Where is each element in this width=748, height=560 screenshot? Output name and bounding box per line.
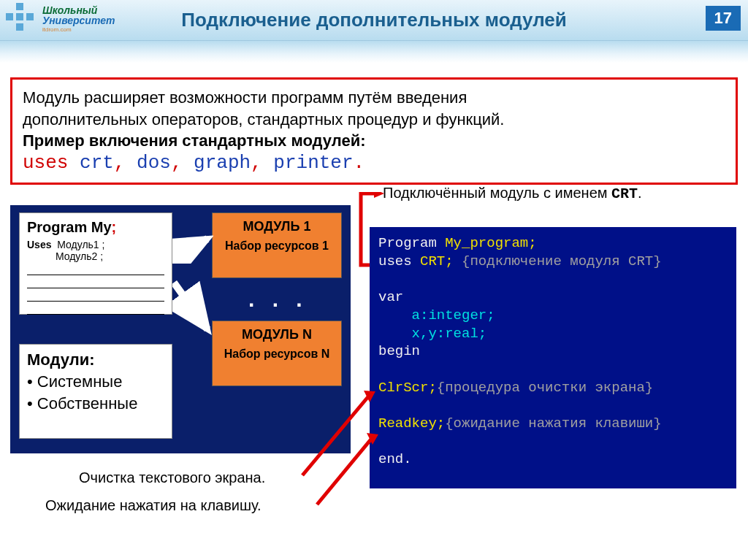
kw-printer: printer [273, 152, 353, 174]
page-title: Подключение дополнительных модулей [0, 9, 748, 31]
program-title: Program My; [27, 219, 164, 236]
module-n-card: МОДУЛЬ N Набор ресурсов N [212, 321, 342, 386]
diagram-zone: Подключённый модуль с именем CRT. Progra… [0, 198, 748, 548]
annotation-crt: Подключённый модуль с именем CRT. [383, 185, 642, 202]
arrow-to-modn [172, 278, 213, 337]
module-1-card: МОДУЛЬ 1 Набор ресурсов 1 [212, 212, 342, 278]
code-l2: uses CRT; {подключение модуля CRT} [378, 253, 728, 271]
module-n-sub: Набор ресурсов N [217, 347, 337, 361]
arrow-readkey [314, 431, 380, 512]
code-l7: begin [378, 342, 728, 361]
annotation-wait: Ожидание нажатия на клавишу. [45, 497, 262, 514]
header-curve [0, 41, 748, 63]
kw-uses: uses [23, 152, 68, 174]
code-l10 [378, 396, 728, 415]
module-1-title: МОДУЛЬ 1 [217, 219, 337, 234]
arrow-to-mod1 [172, 234, 213, 264]
modules-li-1: • Системные [27, 372, 164, 391]
svg-line-3 [174, 283, 207, 329]
code-l8 [378, 361, 728, 379]
code-l6: x,y:real; [378, 325, 728, 343]
page-number: 17 [706, 6, 741, 31]
code-l3 [378, 270, 728, 288]
modules-li-2: • Собственные [27, 394, 164, 413]
intro-line-2: дополнительных операторов, стандартных п… [23, 109, 725, 131]
header-bar: Школьный Университет itdrom.com Подключе… [0, 0, 748, 41]
code-l9: ClrScr;{процедура очистки экрана} [378, 379, 728, 397]
svg-line-1 [174, 239, 207, 256]
intro-box: Модуль расширяет возможности программ пу… [10, 77, 738, 185]
intro-line-1: Модуль расширяет возможности программ пу… [23, 87, 725, 109]
code-screen: Program My_program; uses CRT; {подключен… [370, 227, 736, 488]
svg-line-8 [317, 437, 373, 505]
kw-dos: dos [137, 152, 171, 174]
code-l1: Program My_program; [378, 234, 728, 253]
code-l11: Readkey;{ожидание нажатия клавиши} [378, 415, 728, 433]
annotation-clear: Очистка текстового экрана. [79, 469, 265, 486]
program-card: Program My; Uses Модуль1 ; Модуль2 ; [19, 212, 172, 315]
modules-card: Модули: • Системные • Собственные [19, 344, 172, 439]
code-l5: a:integer; [378, 307, 728, 325]
module-dots: . . . [248, 287, 308, 312]
program-uses: Uses Модуль1 ; Модуль2 ; [27, 239, 164, 262]
svg-marker-5 [374, 192, 384, 198]
kw-crt: crt [80, 152, 114, 174]
module-1-sub: Набор ресурсов 1 [217, 239, 337, 253]
code-l4: var [378, 288, 728, 307]
module-n-title: МОДУЛЬ N [217, 327, 337, 342]
modules-title: Модули: [27, 350, 164, 369]
intro-code: uses crt, dos, graph, printer. [23, 152, 725, 174]
intro-line-3: Пример включения стандартных модулей: [23, 130, 725, 152]
code-l13: end. [378, 450, 728, 469]
kw-graph: graph [194, 152, 251, 174]
code-l12 [378, 433, 728, 451]
